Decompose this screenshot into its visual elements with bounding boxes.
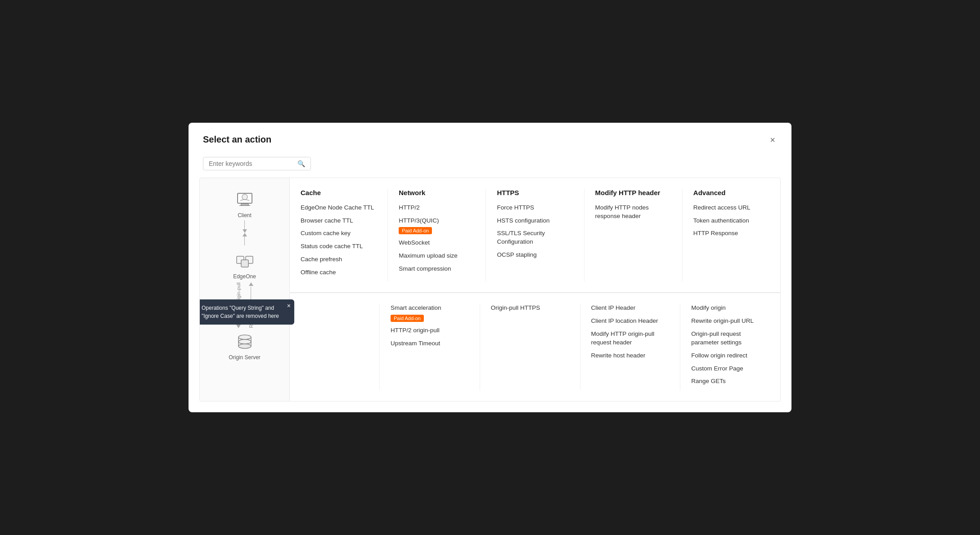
modify-http-origin-pull-request-header[interactable]: Modify HTTP origin-pull request header	[591, 330, 670, 347]
network-title: Network	[399, 189, 475, 196]
svg-point-9	[238, 344, 251, 348]
search-wrapper: 🔍	[203, 157, 311, 170]
https-section: HTTPS Force HTTPS HSTS configuration SSL…	[486, 189, 584, 281]
force-https[interactable]: Force HTTPS	[497, 204, 573, 212]
rewrite-origin-pull-url[interactable]: Rewrite origin-pull URL	[691, 317, 769, 325]
modify-http-header-title: Modify HTTP header	[595, 189, 671, 196]
edgeone-node: EdgeOne	[233, 250, 256, 280]
modal-title: Select an action	[203, 134, 271, 145]
status-code-cache-ttl[interactable]: Status code cache TTL	[301, 242, 377, 251]
smart-compression[interactable]: Smart compression	[399, 265, 475, 273]
edgeone-label: EdgeOne	[233, 273, 256, 280]
network-section: Network HTTP/2 HTTP/3(QUIC) Paid Add-on …	[388, 189, 486, 281]
websocket[interactable]: WebSocket	[399, 239, 475, 247]
svg-point-7	[238, 335, 251, 339]
cache-prefresh[interactable]: Cache prefresh	[301, 255, 377, 264]
modify-http-nodes-response-header[interactable]: Modify HTTP nodes response header	[595, 204, 671, 221]
tooltip-text: Operations "Query String" and "Ignore Ca…	[202, 305, 279, 319]
custom-error-page[interactable]: Custom Error Page	[691, 365, 769, 373]
cache-title: Cache	[301, 189, 377, 196]
custom-cache-key[interactable]: Custom cache key	[301, 229, 377, 238]
ocsp-stapling[interactable]: OCSP stapling	[497, 251, 573, 259]
client-node: Client	[234, 189, 256, 218]
upstream-timeout[interactable]: Upstream Timeout	[391, 339, 469, 348]
tooltip-popup: × Operations "Query String" and "Ignore …	[199, 299, 294, 325]
https-bottom-section: Origin-pull HTTPS	[480, 304, 580, 390]
modal-overlay: Select an action × 🔍 × Operations "Query…	[0, 0, 980, 535]
client-label: Client	[238, 212, 252, 218]
cache-section: Cache EdgeOne Node Cache TTL Browser cac…	[290, 189, 388, 281]
offline-cache[interactable]: Offline cache	[301, 268, 377, 277]
edgeone-node-cache-ttl[interactable]: EdgeOne Node Cache TTL	[301, 204, 377, 212]
diagram-sidebar: × Operations "Query String" and "Ignore …	[200, 178, 290, 401]
smart-acceleration-item: Smart acceleration Paid Add-on	[391, 304, 469, 322]
edgeone-icon	[234, 250, 256, 272]
modal-header: Select an action ×	[189, 123, 791, 153]
client-ip-header[interactable]: Client IP Header	[591, 304, 670, 312]
http-response[interactable]: HTTP Response	[693, 229, 769, 238]
tooltip-close-button[interactable]: ×	[287, 302, 291, 309]
client-ip-location-header[interactable]: Client IP location Header	[591, 317, 670, 325]
modify-origin[interactable]: Modify origin	[691, 304, 769, 312]
bottom-empty-col	[290, 304, 380, 390]
modify-http-header-bottom-section: Client IP Header Client IP location Head…	[580, 304, 681, 390]
http3-paid-badge: Paid Add-on	[399, 227, 432, 234]
advanced-bottom-section: Modify origin Rewrite origin-pull URL Or…	[680, 304, 780, 390]
http3-quic[interactable]: HTTP/3(QUIC)	[399, 217, 475, 225]
origin-server-node: Origin Server	[229, 331, 261, 361]
search-area: 🔍	[189, 153, 791, 178]
client-icon	[234, 189, 256, 210]
close-button[interactable]: ×	[768, 134, 777, 146]
arrow-up-1	[243, 233, 247, 245]
top-section-row: Cache EdgeOne Node Cache TTL Browser cac…	[290, 178, 780, 293]
arrow-down-1	[243, 220, 247, 233]
svg-point-3	[242, 194, 247, 200]
redirect-access-url[interactable]: Redirect access URL	[693, 204, 769, 212]
http3-item: HTTP/3(QUIC) Paid Add-on	[399, 217, 475, 235]
network-bottom-section: Smart acceleration Paid Add-on HTTP/2 or…	[380, 304, 480, 390]
https-title: HTTPS	[497, 189, 573, 196]
modify-http-header-section: Modify HTTP header Modify HTTP nodes res…	[584, 189, 683, 281]
search-icon: 🔍	[297, 160, 305, 167]
search-input[interactable]	[209, 160, 294, 167]
http2-origin-pull[interactable]: HTTP/2 origin-pull	[391, 326, 469, 335]
follow-origin-redirect[interactable]: Follow origin redirect	[691, 352, 769, 360]
modal-body: × Operations "Query String" and "Ignore …	[199, 178, 781, 402]
svg-point-8	[238, 339, 251, 344]
advanced-title: Advanced	[693, 189, 769, 196]
rewrite-host-header[interactable]: Rewrite host header	[591, 352, 670, 360]
ssl-tls-security-configuration[interactable]: SSL/TLS Security Configuration	[497, 229, 573, 246]
svg-rect-6	[241, 260, 248, 267]
bottom-section-row: Smart acceleration Paid Add-on HTTP/2 or…	[290, 293, 780, 401]
origin-server-label: Origin Server	[229, 354, 261, 361]
maximum-upload-size[interactable]: Maximum upload size	[399, 252, 475, 260]
smart-acceleration-paid-badge: Paid Add-on	[391, 315, 424, 322]
origin-pull-request-parameter-settings[interactable]: Origin-pull request parameter settings	[691, 330, 769, 347]
modal: Select an action × 🔍 × Operations "Query…	[189, 123, 791, 413]
browser-cache-ttl[interactable]: Browser cache TTL	[301, 217, 377, 225]
origin-pull-https[interactable]: Origin-pull HTTPS	[491, 304, 569, 312]
advanced-section: Advanced Redirect access URL Token authe…	[683, 189, 780, 281]
http2[interactable]: HTTP/2	[399, 204, 475, 212]
range-gets[interactable]: Range GETs	[691, 377, 769, 386]
token-authentication[interactable]: Token authentication	[693, 217, 769, 225]
hsts-configuration[interactable]: HSTS configuration	[497, 217, 573, 225]
origin-server-icon	[234, 331, 256, 352]
smart-acceleration[interactable]: Smart acceleration	[391, 304, 469, 312]
content-area: Cache EdgeOne Node Cache TTL Browser cac…	[290, 178, 780, 401]
